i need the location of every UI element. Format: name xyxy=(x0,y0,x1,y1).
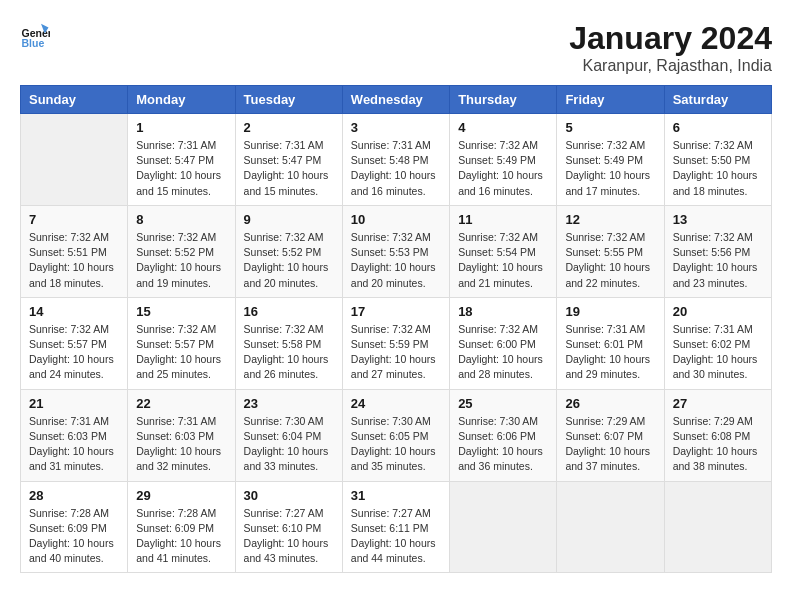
calendar-cell: 27Sunrise: 7:29 AM Sunset: 6:08 PM Dayli… xyxy=(664,389,771,481)
logo-icon: General Blue xyxy=(20,20,50,50)
day-number: 15 xyxy=(136,304,226,319)
calendar-cell: 20Sunrise: 7:31 AM Sunset: 6:02 PM Dayli… xyxy=(664,297,771,389)
calendar-cell: 6Sunrise: 7:32 AM Sunset: 5:50 PM Daylig… xyxy=(664,114,771,206)
day-number: 2 xyxy=(244,120,334,135)
calendar-cell: 2Sunrise: 7:31 AM Sunset: 5:47 PM Daylig… xyxy=(235,114,342,206)
calendar-week-row: 14Sunrise: 7:32 AM Sunset: 5:57 PM Dayli… xyxy=(21,297,772,389)
calendar-week-row: 21Sunrise: 7:31 AM Sunset: 6:03 PM Dayli… xyxy=(21,389,772,481)
day-info: Sunrise: 7:31 AM Sunset: 6:02 PM Dayligh… xyxy=(673,322,763,383)
calendar-cell: 14Sunrise: 7:32 AM Sunset: 5:57 PM Dayli… xyxy=(21,297,128,389)
day-info: Sunrise: 7:32 AM Sunset: 5:53 PM Dayligh… xyxy=(351,230,441,291)
day-number: 9 xyxy=(244,212,334,227)
day-info: Sunrise: 7:32 AM Sunset: 5:49 PM Dayligh… xyxy=(458,138,548,199)
day-info: Sunrise: 7:32 AM Sunset: 5:58 PM Dayligh… xyxy=(244,322,334,383)
day-info: Sunrise: 7:31 AM Sunset: 5:47 PM Dayligh… xyxy=(244,138,334,199)
calendar-cell: 7Sunrise: 7:32 AM Sunset: 5:51 PM Daylig… xyxy=(21,205,128,297)
day-info: Sunrise: 7:32 AM Sunset: 5:52 PM Dayligh… xyxy=(136,230,226,291)
day-number: 23 xyxy=(244,396,334,411)
day-number: 27 xyxy=(673,396,763,411)
weekday-header-monday: Monday xyxy=(128,86,235,114)
day-number: 8 xyxy=(136,212,226,227)
day-info: Sunrise: 7:31 AM Sunset: 5:48 PM Dayligh… xyxy=(351,138,441,199)
day-number: 25 xyxy=(458,396,548,411)
calendar-cell: 21Sunrise: 7:31 AM Sunset: 6:03 PM Dayli… xyxy=(21,389,128,481)
calendar-cell: 19Sunrise: 7:31 AM Sunset: 6:01 PM Dayli… xyxy=(557,297,664,389)
calendar-cell xyxy=(21,114,128,206)
calendar-cell: 3Sunrise: 7:31 AM Sunset: 5:48 PM Daylig… xyxy=(342,114,449,206)
day-info: Sunrise: 7:27 AM Sunset: 6:10 PM Dayligh… xyxy=(244,506,334,567)
day-info: Sunrise: 7:32 AM Sunset: 5:56 PM Dayligh… xyxy=(673,230,763,291)
day-info: Sunrise: 7:29 AM Sunset: 6:07 PM Dayligh… xyxy=(565,414,655,475)
day-number: 24 xyxy=(351,396,441,411)
day-info: Sunrise: 7:29 AM Sunset: 6:08 PM Dayligh… xyxy=(673,414,763,475)
calendar-cell: 12Sunrise: 7:32 AM Sunset: 5:55 PM Dayli… xyxy=(557,205,664,297)
day-info: Sunrise: 7:32 AM Sunset: 6:00 PM Dayligh… xyxy=(458,322,548,383)
calendar-cell: 17Sunrise: 7:32 AM Sunset: 5:59 PM Dayli… xyxy=(342,297,449,389)
weekday-header-sunday: Sunday xyxy=(21,86,128,114)
calendar-cell: 5Sunrise: 7:32 AM Sunset: 5:49 PM Daylig… xyxy=(557,114,664,206)
day-info: Sunrise: 7:32 AM Sunset: 5:57 PM Dayligh… xyxy=(29,322,119,383)
day-number: 21 xyxy=(29,396,119,411)
weekday-header-friday: Friday xyxy=(557,86,664,114)
day-number: 5 xyxy=(565,120,655,135)
day-info: Sunrise: 7:31 AM Sunset: 6:03 PM Dayligh… xyxy=(136,414,226,475)
day-info: Sunrise: 7:28 AM Sunset: 6:09 PM Dayligh… xyxy=(136,506,226,567)
calendar-cell: 4Sunrise: 7:32 AM Sunset: 5:49 PM Daylig… xyxy=(450,114,557,206)
weekday-header-wednesday: Wednesday xyxy=(342,86,449,114)
day-number: 29 xyxy=(136,488,226,503)
page-header: General Blue January 2024 Karanpur, Raja… xyxy=(20,20,772,75)
title-block: January 2024 Karanpur, Rajasthan, India xyxy=(569,20,772,75)
calendar-cell: 25Sunrise: 7:30 AM Sunset: 6:06 PM Dayli… xyxy=(450,389,557,481)
calendar-cell: 11Sunrise: 7:32 AM Sunset: 5:54 PM Dayli… xyxy=(450,205,557,297)
calendar-cell: 18Sunrise: 7:32 AM Sunset: 6:00 PM Dayli… xyxy=(450,297,557,389)
day-number: 10 xyxy=(351,212,441,227)
day-info: Sunrise: 7:32 AM Sunset: 5:50 PM Dayligh… xyxy=(673,138,763,199)
day-number: 3 xyxy=(351,120,441,135)
weekday-header-saturday: Saturday xyxy=(664,86,771,114)
calendar-cell xyxy=(450,481,557,573)
weekday-header-tuesday: Tuesday xyxy=(235,86,342,114)
calendar-cell: 8Sunrise: 7:32 AM Sunset: 5:52 PM Daylig… xyxy=(128,205,235,297)
calendar-cell: 31Sunrise: 7:27 AM Sunset: 6:11 PM Dayli… xyxy=(342,481,449,573)
day-number: 17 xyxy=(351,304,441,319)
calendar-table: SundayMondayTuesdayWednesdayThursdayFrid… xyxy=(20,85,772,573)
day-number: 12 xyxy=(565,212,655,227)
calendar-cell xyxy=(557,481,664,573)
calendar-cell: 23Sunrise: 7:30 AM Sunset: 6:04 PM Dayli… xyxy=(235,389,342,481)
day-info: Sunrise: 7:30 AM Sunset: 6:04 PM Dayligh… xyxy=(244,414,334,475)
calendar-cell xyxy=(664,481,771,573)
day-info: Sunrise: 7:32 AM Sunset: 5:55 PM Dayligh… xyxy=(565,230,655,291)
calendar-cell: 1Sunrise: 7:31 AM Sunset: 5:47 PM Daylig… xyxy=(128,114,235,206)
calendar-cell: 10Sunrise: 7:32 AM Sunset: 5:53 PM Dayli… xyxy=(342,205,449,297)
calendar-cell: 26Sunrise: 7:29 AM Sunset: 6:07 PM Dayli… xyxy=(557,389,664,481)
calendar-cell: 22Sunrise: 7:31 AM Sunset: 6:03 PM Dayli… xyxy=(128,389,235,481)
day-info: Sunrise: 7:32 AM Sunset: 5:54 PM Dayligh… xyxy=(458,230,548,291)
day-info: Sunrise: 7:28 AM Sunset: 6:09 PM Dayligh… xyxy=(29,506,119,567)
day-number: 28 xyxy=(29,488,119,503)
day-info: Sunrise: 7:32 AM Sunset: 5:49 PM Dayligh… xyxy=(565,138,655,199)
day-number: 6 xyxy=(673,120,763,135)
day-info: Sunrise: 7:32 AM Sunset: 5:57 PM Dayligh… xyxy=(136,322,226,383)
day-number: 13 xyxy=(673,212,763,227)
day-number: 11 xyxy=(458,212,548,227)
day-number: 26 xyxy=(565,396,655,411)
day-number: 18 xyxy=(458,304,548,319)
svg-text:Blue: Blue xyxy=(22,37,45,49)
day-number: 1 xyxy=(136,120,226,135)
day-number: 31 xyxy=(351,488,441,503)
calendar-cell: 9Sunrise: 7:32 AM Sunset: 5:52 PM Daylig… xyxy=(235,205,342,297)
calendar-cell: 29Sunrise: 7:28 AM Sunset: 6:09 PM Dayli… xyxy=(128,481,235,573)
calendar-cell: 15Sunrise: 7:32 AM Sunset: 5:57 PM Dayli… xyxy=(128,297,235,389)
logo: General Blue xyxy=(20,20,50,50)
location-subtitle: Karanpur, Rajasthan, India xyxy=(569,57,772,75)
day-info: Sunrise: 7:32 AM Sunset: 5:59 PM Dayligh… xyxy=(351,322,441,383)
day-number: 7 xyxy=(29,212,119,227)
day-number: 4 xyxy=(458,120,548,135)
day-info: Sunrise: 7:30 AM Sunset: 6:05 PM Dayligh… xyxy=(351,414,441,475)
day-number: 14 xyxy=(29,304,119,319)
day-info: Sunrise: 7:31 AM Sunset: 6:03 PM Dayligh… xyxy=(29,414,119,475)
calendar-cell: 13Sunrise: 7:32 AM Sunset: 5:56 PM Dayli… xyxy=(664,205,771,297)
weekday-header-thursday: Thursday xyxy=(450,86,557,114)
calendar-cell: 24Sunrise: 7:30 AM Sunset: 6:05 PM Dayli… xyxy=(342,389,449,481)
calendar-cell: 16Sunrise: 7:32 AM Sunset: 5:58 PM Dayli… xyxy=(235,297,342,389)
